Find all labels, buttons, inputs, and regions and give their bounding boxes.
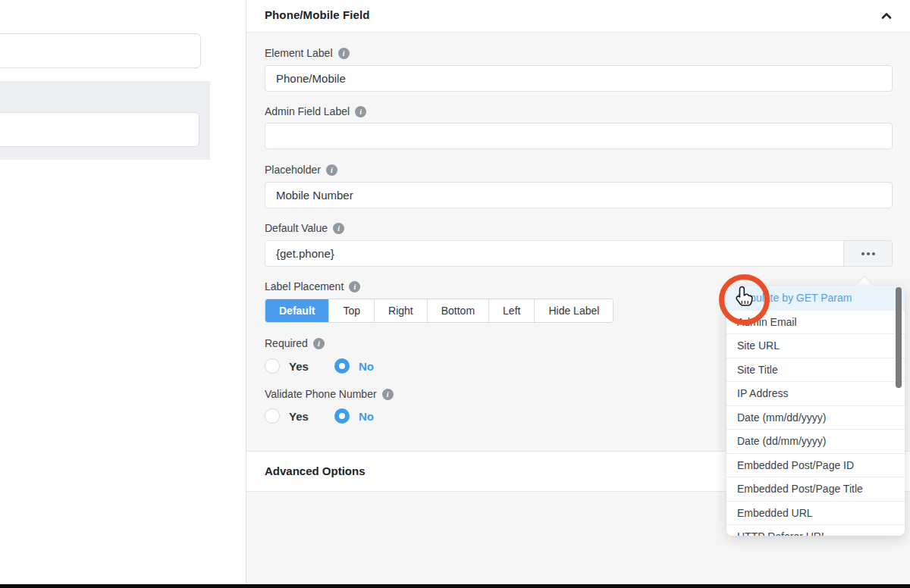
placement-option-right[interactable]: Right <box>375 299 428 322</box>
menu-item-ip-address[interactable]: IP Address <box>726 381 905 405</box>
info-icon: i <box>326 164 337 176</box>
menu-item-http-referer-url[interactable]: HTTP Referer URL <box>726 524 905 536</box>
placement-option-hide-label[interactable]: Hide Label <box>535 299 613 322</box>
required-label: Required i <box>265 337 325 349</box>
admin-field-label-input[interactable] <box>265 123 893 149</box>
required-no-label[interactable]: No <box>359 360 374 373</box>
form-builder-screen: Phone/Mobile Field Element Label i Admin… <box>0 0 910 588</box>
ellipsis-icon <box>867 252 870 255</box>
shortcode-menu-button[interactable] <box>843 241 892 266</box>
menu-item-embedded-url[interactable]: Embedded URL <box>726 501 905 525</box>
info-icon: i <box>355 106 366 117</box>
label-placement-group: Default Top Right Bottom Left Hide Label <box>265 299 613 323</box>
info-icon: i <box>338 48 350 59</box>
info-icon: i <box>313 338 325 349</box>
placement-option-top[interactable]: Top <box>329 299 375 322</box>
panel-title: Phone/Mobile Field <box>265 8 369 21</box>
menu-item-site-title[interactable]: Site Title <box>726 358 905 382</box>
menu-item-date-ddmmyyyy[interactable]: Date (dd/mm/yyyy) <box>726 429 905 453</box>
required-no-radio[interactable] <box>334 358 350 374</box>
panel-header: Phone/Mobile Field <box>246 0 910 33</box>
menu-item-embedded-post-page-id[interactable]: Embedded Post/Page ID <box>726 453 905 477</box>
required-yes-radio[interactable] <box>265 358 280 374</box>
required-yes-label[interactable]: Yes <box>289 360 309 373</box>
label-placement-label: Label Placement i <box>265 280 360 292</box>
ellipsis-icon <box>861 252 864 255</box>
validate-no-label[interactable]: No <box>359 410 374 423</box>
menu-item-site-url[interactable]: Site URL <box>726 333 905 358</box>
validate-yes-radio[interactable] <box>265 408 280 424</box>
default-value-row <box>265 240 893 267</box>
element-label-label: Element Label i <box>265 47 350 59</box>
element-label-input[interactable] <box>265 65 893 92</box>
default-value-input[interactable] <box>265 241 843 266</box>
preview-selected-field-block[interactable] <box>0 81 210 160</box>
shortcode-dropdown-menu: Populate by GET Param Admin Email Site U… <box>726 286 905 536</box>
advanced-options-title: Advanced Options <box>265 464 366 477</box>
preview-field-input-bottom[interactable] <box>0 112 199 147</box>
placement-option-bottom[interactable]: Bottom <box>428 299 489 322</box>
validate-yes-label[interactable]: Yes <box>289 410 309 423</box>
required-radio-group: Yes No <box>265 358 374 374</box>
chevron-up-icon[interactable] <box>880 9 893 23</box>
validate-no-radio[interactable] <box>334 408 350 424</box>
info-icon: i <box>382 389 394 400</box>
taskbar-strip <box>0 584 910 588</box>
validate-phone-label: Validate Phone Number i <box>265 388 394 400</box>
menu-item-embedded-post-page-title[interactable]: Embedded Post/Page Title <box>726 477 905 501</box>
dropdown-scrollbar-thumb[interactable] <box>896 287 902 388</box>
info-icon: i <box>349 281 360 292</box>
default-value-label: Default Value i <box>265 222 344 234</box>
preview-field-input-top[interactable] <box>0 33 201 68</box>
placeholder-input[interactable] <box>265 182 893 208</box>
placeholder-label: Placeholder i <box>265 164 337 176</box>
info-icon: i <box>333 223 344 234</box>
placement-option-default[interactable]: Default <box>265 299 329 322</box>
validate-phone-radio-group: Yes No <box>265 408 374 424</box>
ellipsis-icon <box>872 252 875 255</box>
menu-item-date-mmddyyyy[interactable]: Date (mm/dd/yyyy) <box>726 405 905 430</box>
placement-option-left[interactable]: Left <box>489 299 535 322</box>
menu-item-populate-by-get-param[interactable]: Populate by GET Param <box>726 286 905 310</box>
admin-field-label-label: Admin Field Label i <box>265 105 366 117</box>
menu-item-admin-email[interactable]: Admin Email <box>726 310 905 334</box>
